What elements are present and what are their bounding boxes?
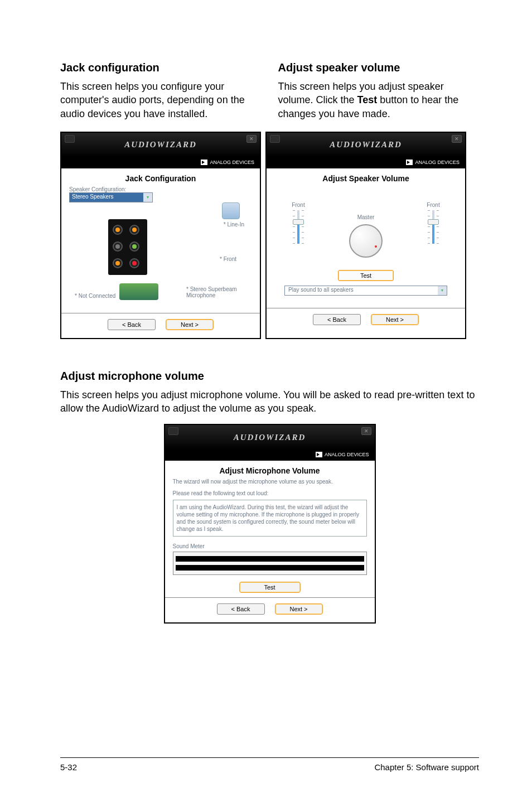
mic-heading: Adjust microphone volume [60,370,479,383]
jack-heading: Jack configuration [60,61,262,74]
jack-brand-text: ANALOG DEVICES [210,160,254,165]
jack-wizard-titlebar: AudioWizard ✕ [61,133,260,157]
speaker-nav-row: < Back Next > [267,308,465,333]
back-button[interactable]: < Back [108,319,156,330]
mic-wizard-title: AudioWizard [234,433,306,442]
jack-wizard-title: AudioWizard [124,140,197,149]
mic-tag: * Stereo Superbeam Microphone [186,286,248,298]
sound-meter-bar [176,565,364,571]
jack-illustration: * Line-In * Front * Not Connected * Ster… [69,202,252,308]
jack-paragraph: This screen helps you configure your com… [60,80,262,120]
close-icon[interactable]: ✕ [361,427,371,435]
mic-panel-title: Adjust Microphone Volume [173,466,367,475]
next-button[interactable]: Next > [166,319,214,330]
front-left-group: Front [291,202,306,244]
close-icon[interactable]: ✕ [452,135,462,143]
jack-port-icon [129,241,139,252]
speaker-config-value: Stereo Speakers [70,193,143,202]
mic-brand-text: ANALOG DEVICES [325,452,369,457]
speaker-paragraph: This screen helps you adjust speaker vol… [278,80,480,120]
jack-panel-title: Jack Configuration [69,174,252,183]
sound-meter [173,552,367,575]
close-icon[interactable]: ✕ [246,135,257,143]
mic-wizard-body: Adjust Microphone Volume The wizard will… [165,461,375,597]
jack-panel-hardware-icon [108,219,147,275]
mic-read-text-box: I am using the AudioWizard. During this … [173,500,367,537]
front-right-label: Front [426,202,441,208]
speaker-config-combo[interactable]: Stereo Speakers ▾ [69,192,153,202]
speaker-para-bold: Test [357,94,378,105]
master-label: Master [357,214,375,220]
mic-paragraph: This screen helps you adjust microphone … [60,388,479,416]
back-button[interactable]: < Back [217,603,265,615]
jack-wizard-brandbar: ANALOG DEVICES [61,157,260,168]
mic-nav-row: < Back Next > [165,597,375,622]
speaker-wizard-body: Adjust Speaker Volume Front Front [267,168,465,308]
speaker-brand-text: ANALOG DEVICES [415,160,460,165]
page-number: 5-32 [60,762,77,772]
speaker-heading: Adjust speaker volume [278,61,480,74]
mic-wizard-window: AudioWizard ✕ ANALOG DEVICES Adjust Micr… [164,424,376,624]
speaker-wizard-window: AudioWizard ✕ ANALOG DEVICES Adjust Spea… [265,132,466,339]
analog-devices-icon [406,160,413,165]
app-logo-icon [270,135,280,143]
master-dial[interactable] [349,224,383,258]
mic-wizard-brandbar: ANALOG DEVICES [165,450,375,461]
test-button[interactable]: Test [239,582,301,593]
chapter-label: Chapter 5: Software support [374,762,479,772]
jack-port-icon [113,241,123,252]
back-button[interactable]: < Back [313,314,361,325]
jack-port-icon [129,258,139,268]
front-left-label: Front [291,202,306,208]
page-footer: 5-32 Chapter 5: Software support [60,757,479,772]
chevron-down-icon[interactable]: ▾ [438,286,447,295]
mic-wizard-titlebar: AudioWizard ✕ [165,425,375,450]
app-logo-icon [65,135,75,143]
play-sound-value: Play sound to all speakers [285,286,438,295]
jack-wizard-body: Jack Configuration Speaker Configuration… [61,168,260,313]
jack-nav-row: < Back Next > [61,313,260,338]
jack-port-icon [113,258,123,268]
front-left-slider[interactable] [291,210,306,244]
analog-devices-icon [201,160,207,165]
mic-sub-instruction: Please read the following text out loud: [173,490,367,496]
front-right-slider[interactable] [426,210,441,244]
jack-wizard-window: AudioWizard ✕ ANALOG DEVICES Jack Config… [60,132,261,339]
analog-devices-icon [316,452,322,457]
next-button[interactable]: Next > [371,314,419,325]
speaker-wizard-title: AudioWizard [330,140,402,149]
speaker-panel-title: Adjust Speaker Volume [274,174,457,183]
notconnected-tag: * Not Connected [75,293,115,299]
sound-meter-bar [176,556,364,562]
play-sound-combo[interactable]: Play sound to all speakers ▾ [284,286,447,296]
speaker-config-label: Speaker Configuration: [69,186,252,192]
next-button[interactable]: Next > [275,603,323,615]
microphone-device-icon [119,283,158,300]
speaker-wizard-brandbar: ANALOG DEVICES [267,157,465,168]
sound-meter-label: Sound Meter [173,543,367,549]
speaker-volume-area: Front Front Master [274,186,457,303]
app-logo-icon [168,427,178,435]
jack-port-icon [113,225,123,235]
mic-instruction: The wizard will now adjust the microphon… [173,479,367,485]
linein-device-icon [222,202,240,219]
speaker-wizard-titlebar: AudioWizard ✕ [267,133,465,157]
front-tag: * Front [220,256,236,262]
chevron-down-icon[interactable]: ▾ [143,193,152,202]
front-right-group: Front [426,202,441,244]
jack-port-icon [129,225,139,235]
linein-tag: * Line-In [224,221,244,228]
test-button[interactable]: Test [338,270,394,281]
